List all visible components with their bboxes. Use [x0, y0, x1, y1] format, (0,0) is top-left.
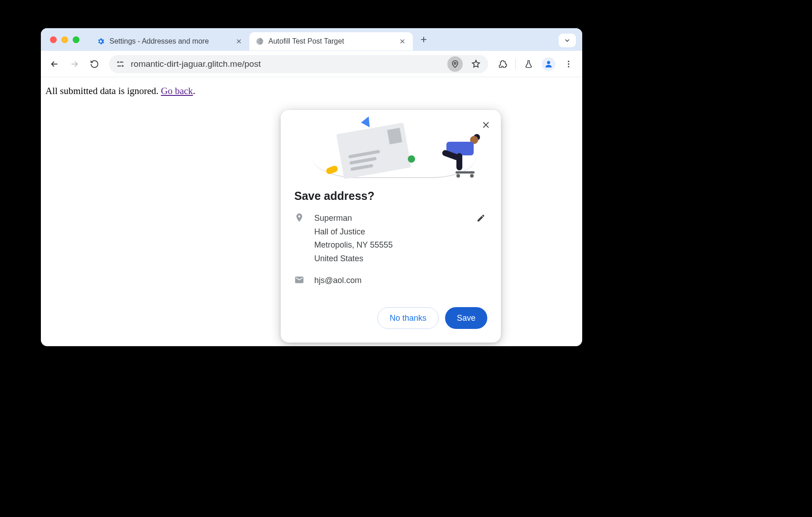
tab-settings[interactable]: Settings - Addresses and more [90, 32, 249, 50]
new-tab-button[interactable] [416, 32, 431, 47]
svg-point-8 [568, 63, 569, 65]
svg-point-9 [568, 66, 569, 67]
popup-illustration [281, 110, 501, 185]
location-pin-icon [294, 212, 304, 266]
popup-actions: No thanks Save [281, 295, 501, 332]
tab-title: Settings - Addresses and more [109, 37, 230, 45]
svg-rect-2 [119, 61, 123, 63]
email-value: hjs@aol.com [314, 274, 361, 288]
globe-icon [256, 37, 264, 45]
toolbar: romantic-dirt-jaguar.glitch.me/post [41, 51, 582, 77]
email-row: hjs@aol.com [294, 274, 487, 288]
site-settings-icon[interactable] [115, 59, 125, 69]
toolbar-separator [515, 59, 516, 70]
mail-icon [294, 274, 304, 288]
go-back-link[interactable]: Go back [161, 85, 193, 96]
no-thanks-button[interactable]: No thanks [377, 307, 439, 329]
close-icon[interactable] [235, 37, 243, 45]
menu-button[interactable] [559, 55, 578, 73]
back-button[interactable] [45, 55, 64, 73]
page-text: All submitted data is ignored. [45, 85, 161, 96]
location-pin-icon[interactable] [447, 56, 463, 72]
svg-point-6 [547, 61, 550, 64]
page-content: All submitted data is ignored. Go back. [41, 77, 582, 105]
svg-point-1 [117, 61, 119, 63]
browser-window: Settings - Addresses and more Autofill T… [41, 28, 582, 346]
svg-point-5 [454, 62, 456, 64]
svg-point-7 [568, 60, 569, 62]
save-button[interactable]: Save [445, 307, 487, 329]
window-minimize-button[interactable] [61, 36, 68, 43]
url-text: romantic-dirt-jaguar.glitch.me/post [131, 59, 442, 69]
tab-search-button[interactable] [559, 34, 576, 47]
address-name: Superman [314, 212, 393, 225]
bookmark-star-icon[interactable] [468, 56, 484, 72]
page-text-suffix: . [193, 85, 195, 96]
tab-title: Autofill Test Post Target [268, 37, 394, 45]
address-country: United States [314, 252, 393, 266]
reload-button[interactable] [85, 55, 104, 73]
forward-button[interactable] [65, 55, 84, 73]
address-row: Superman Hall of Justice Metropolis, NY … [294, 212, 487, 266]
window-controls [50, 36, 79, 43]
window-maximize-button[interactable] [73, 36, 79, 43]
profile-avatar-icon [542, 57, 555, 71]
address-content: Superman Hall of Justice Metropolis, NY … [314, 212, 393, 266]
svg-point-3 [122, 65, 124, 67]
address-line1: Hall of Justice [314, 225, 393, 239]
tab-autofill-post[interactable]: Autofill Test Post Target [249, 32, 413, 50]
edit-pencil-icon[interactable] [475, 212, 487, 224]
address-line2: Metropolis, NY 55555 [314, 239, 393, 252]
gear-icon [97, 37, 105, 45]
tab-bar: Settings - Addresses and more Autofill T… [41, 28, 582, 51]
close-icon[interactable] [398, 37, 406, 45]
popup-title: Save address? [294, 189, 487, 203]
close-icon[interactable] [479, 118, 493, 132]
address-bar[interactable]: romantic-dirt-jaguar.glitch.me/post [109, 55, 488, 73]
popup-body: Save address? Superman Hall of Justice M… [281, 185, 501, 287]
save-address-popup: Save address? Superman Hall of Justice M… [281, 110, 501, 343]
extensions-icon[interactable] [494, 55, 512, 73]
window-close-button[interactable] [50, 36, 57, 43]
labs-flask-icon[interactable] [520, 55, 538, 73]
svg-rect-4 [117, 65, 121, 66]
profile-button[interactable] [540, 55, 558, 73]
